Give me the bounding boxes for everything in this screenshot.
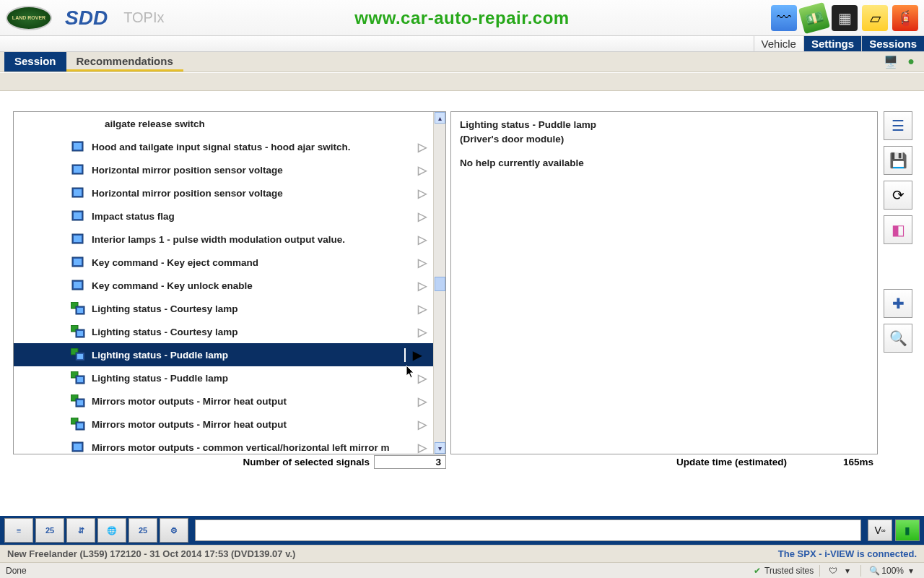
multi-signal-icon <box>70 324 86 339</box>
voltage-button[interactable]: V∞ <box>868 519 892 541</box>
list-item[interactable]: Interior lamps 1 - pulse width modulatio… <box>14 228 433 251</box>
command-input[interactable] <box>195 519 861 541</box>
signal-list[interactable]: ailgate release switch Hood and tailgate… <box>14 112 433 454</box>
refresh-button[interactable]: ⟳ <box>884 181 912 210</box>
signal-label: Mirrors motor outputs - common vertical/… <box>92 442 416 453</box>
list-item[interactable]: Horizontal mirror position sensor voltag… <box>14 158 433 181</box>
tool-signals-icon[interactable]: ≡ <box>4 518 33 543</box>
erase-button[interactable]: ◧ <box>884 215 912 244</box>
signal-label: Impact status flag <box>92 211 416 222</box>
single-signal-icon <box>70 209 86 223</box>
chevron-right-icon[interactable]: ▷ <box>416 394 429 408</box>
signal-label: Lighting status - Courtesy lamp <box>92 327 416 337</box>
tool-speed25a-icon[interactable]: 25 <box>35 518 64 543</box>
add-view-button[interactable]: ✚ <box>884 289 912 318</box>
chevron-right-icon[interactable]: ▷ <box>416 441 429 454</box>
chevron-right-icon[interactable]: ▷ <box>416 256 429 269</box>
selected-count-value: 3 <box>374 455 446 469</box>
scroll-down-button[interactable]: ▾ <box>435 442 445 454</box>
save-button[interactable]: 💾 <box>884 146 912 175</box>
list-item[interactable]: Mirrors motor outputs - common vertical/… <box>14 436 433 454</box>
scroll-thumb[interactable] <box>435 277 445 291</box>
security-icon[interactable]: 🛡 <box>827 565 839 577</box>
chevron-right-icon[interactable]: ▷ <box>416 325 429 339</box>
list-item[interactable]: Lighting status - Courtesy lamp▷ <box>14 320 433 343</box>
multi-signal-icon <box>70 371 86 385</box>
page-status: Done <box>6 566 27 576</box>
tool-globe-icon[interactable]: 🌐 <box>97 518 126 543</box>
list-item[interactable]: Mirrors motor outputs - Mirror heat outp… <box>14 389 433 413</box>
header-icon-bar: 〰 💵 ▦ ▱ 🧯 <box>771 5 918 31</box>
bottom-toolbar: ≡ 25 ⇵ 🌐 25 ⚙ V∞ ▮ <box>0 516 924 545</box>
signal-label: Interior lamps 1 - pulse width modulatio… <box>92 234 416 245</box>
chevron-right-icon[interactable]: ▷ <box>416 371 429 385</box>
list-item[interactable]: Lighting status - Puddle lamp▷ <box>14 366 433 389</box>
list-item[interactable]: Key command - Key unlock enable▷ <box>14 274 433 297</box>
chevron-right-icon[interactable]: ▷ <box>416 210 429 223</box>
single-signal-icon <box>70 163 86 177</box>
calendar-icon[interactable]: ▦ <box>832 5 858 31</box>
signal-label: Horizontal mirror position sensor voltag… <box>92 165 416 176</box>
battery-button[interactable]: ▮ <box>895 519 920 541</box>
update-time-value: 165ms <box>791 456 878 468</box>
tool-tree-icon[interactable]: ⇵ <box>66 518 95 543</box>
extinguisher-icon[interactable]: 🧯 <box>892 5 918 31</box>
chevron-right-icon[interactable]: ▶ <box>404 348 429 362</box>
chevron-right-icon[interactable]: ▷ <box>416 418 429 431</box>
money-icon[interactable]: 💵 <box>798 1 830 33</box>
list-item[interactable]: ailgate release switch <box>14 112 433 135</box>
scroll-up-button[interactable]: ▴ <box>435 112 445 124</box>
tab-session[interactable]: Session <box>4 52 66 72</box>
svg-rect-5 <box>74 189 82 196</box>
signal-label: ailgate release switch <box>105 118 429 129</box>
list-view-button[interactable]: ☰ <box>884 111 912 140</box>
update-time-label: Update time (estimated) <box>450 457 791 467</box>
svg-rect-28 <box>77 400 83 405</box>
list-item[interactable]: Lighting status - Courtesy lamp▷ <box>14 297 433 320</box>
note-icon[interactable]: ▱ <box>862 5 888 31</box>
svg-rect-13 <box>74 282 82 288</box>
svg-rect-25 <box>77 377 83 382</box>
multi-signal-icon <box>70 394 86 408</box>
chevron-right-icon[interactable]: ▷ <box>416 140 429 154</box>
tab-recommendations[interactable]: Recommendations <box>66 52 183 72</box>
signal-label: Hood and tailgate input signal status - … <box>92 142 416 152</box>
list-item[interactable]: Mirrors motor outputs - Mirror heat outp… <box>14 413 433 436</box>
zoom-icon[interactable]: 🔍 <box>868 565 880 577</box>
signal-label: Lighting status - Courtesy lamp <box>92 303 416 314</box>
tool-speed25b-icon[interactable]: 25 <box>128 518 157 543</box>
list-item[interactable]: Lighting status - Puddle lamp▶ <box>14 343 433 366</box>
main-area: ailgate release switch Hood and tailgate… <box>0 91 924 454</box>
topix-link[interactable]: TOPIx <box>123 9 164 26</box>
scroll-track[interactable] <box>435 124 445 442</box>
monitor-icon[interactable]: 〰 <box>771 5 797 31</box>
signal-label: Key command - Key eject command <box>92 257 416 268</box>
list-item[interactable]: Horizontal mirror position sensor voltag… <box>14 181 433 204</box>
scrollbar[interactable]: ▴ ▾ <box>433 112 445 454</box>
list-item[interactable]: Key command - Key eject command▷ <box>14 251 433 274</box>
multi-signal-icon <box>70 348 86 362</box>
tab-bar: Session Recommendations 🖥️ ● <box>0 52 924 72</box>
connection-status: The SPX - i-VIEW is connected. <box>778 548 917 559</box>
dropdown-icon[interactable]: ▾ <box>842 565 853 577</box>
session-device-icon[interactable]: 🖥️ <box>882 53 899 69</box>
tool-gear-user-icon[interactable]: ⚙ <box>160 518 188 543</box>
signal-label: Mirrors motor outputs - Mirror heat outp… <box>92 396 416 407</box>
svg-rect-16 <box>77 308 83 313</box>
zoom-dropdown-icon[interactable]: ▾ <box>905 565 917 577</box>
list-item[interactable]: Impact status flag▷ <box>14 204 433 228</box>
chevron-right-icon[interactable]: ▷ <box>416 163 429 177</box>
svg-rect-31 <box>77 423 83 428</box>
chevron-right-icon[interactable]: ▷ <box>416 186 429 200</box>
signal-label: Mirrors motor outputs - Mirror heat outp… <box>92 419 416 430</box>
list-item[interactable]: Hood and tailgate input signal status - … <box>14 135 433 158</box>
chevron-right-icon[interactable]: ▷ <box>416 302 429 316</box>
nav-sessions[interactable]: Sessions <box>861 36 924 51</box>
vehicle-status-bar: New Freelander (L359) 172120 - 31 Oct 20… <box>0 545 924 562</box>
inspect-button[interactable]: 🔍 <box>884 324 912 353</box>
svg-rect-7 <box>74 212 82 219</box>
nav-vehicle[interactable]: Vehicle <box>754 36 803 51</box>
chevron-right-icon[interactable]: ▷ <box>416 233 429 246</box>
nav-settings[interactable]: Settings <box>803 36 861 51</box>
chevron-right-icon[interactable]: ▷ <box>416 279 429 293</box>
